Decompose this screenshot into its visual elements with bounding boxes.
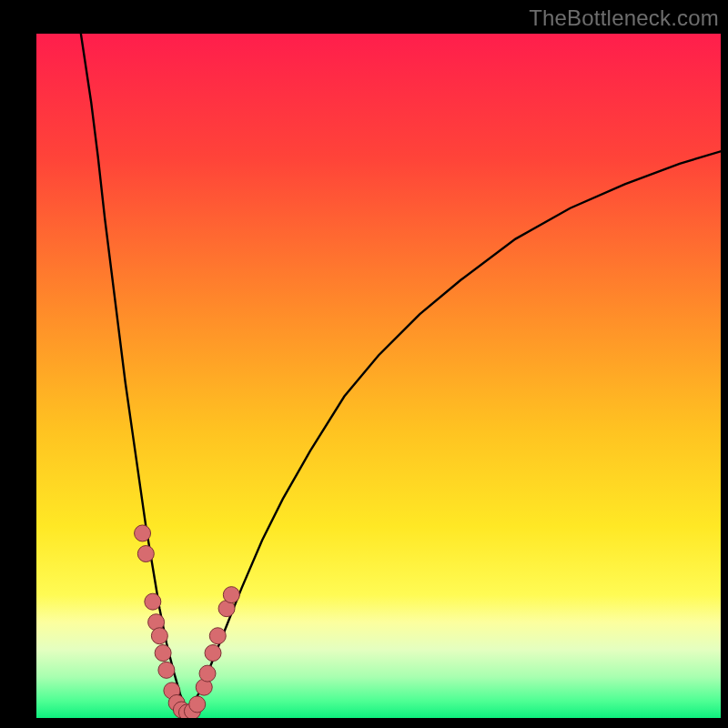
chart-frame: TheBottleneck.com (0, 0, 728, 728)
watermark-text: TheBottleneck.com (529, 5, 719, 31)
data-marker (155, 645, 171, 662)
plot-area (36, 34, 721, 718)
data-marker (199, 665, 216, 682)
data-marker (135, 525, 151, 541)
gradient-background (36, 34, 721, 718)
data-marker (223, 587, 239, 603)
data-marker (151, 628, 167, 644)
data-marker (137, 546, 154, 562)
data-marker (145, 593, 161, 610)
data-marker (189, 696, 206, 713)
data-marker (205, 645, 221, 662)
data-marker (158, 662, 175, 678)
data-marker (209, 628, 226, 644)
plot-svg (36, 34, 721, 718)
